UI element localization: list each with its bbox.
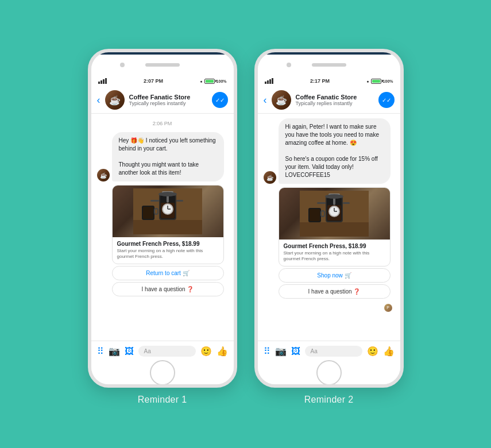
- like-icon-1[interactable]: 👍: [216, 346, 228, 357]
- store-name-2: Coffee Fanatic Store: [296, 94, 374, 101]
- battery-fill-1: [206, 80, 214, 83]
- question-btn-1[interactable]: I have a question ❓: [112, 282, 224, 296]
- signal-bar-3: [103, 79, 105, 84]
- shop-now-btn[interactable]: Shop now 🛒: [279, 268, 391, 283]
- chat-area-2: ☕ Hi again, Peter! I want to make sure y…: [258, 114, 400, 341]
- battery-1: [204, 79, 215, 84]
- svg-rect-25: [317, 202, 326, 204]
- grid-icon-1[interactable]: ⠿: [97, 346, 104, 357]
- phone-2: 2:17 PM ● 100% ‹ ☕: [254, 49, 404, 388]
- wifi-icon-2: ●: [366, 79, 369, 83]
- avatar-icon-2: ☕: [276, 95, 287, 106]
- bottom-bar-2: ⠿ 📷 🖼 Aa 🙂 👍: [258, 341, 400, 361]
- battery-area-1: ● 100%: [200, 79, 226, 84]
- chat-row-1: ☕ Hey 🎁👋 I noticed you left something be…: [97, 132, 228, 181]
- grid-icon-2[interactable]: ⠿: [264, 346, 270, 357]
- svg-rect-28: [310, 209, 320, 221]
- user-avatar-seen: P: [384, 304, 392, 312]
- status-time-2: 2:17 PM: [310, 78, 330, 84]
- image-icon-1[interactable]: 🖼: [125, 346, 134, 357]
- french-press-svg-1: [133, 188, 202, 234]
- svg-rect-1: [133, 220, 202, 234]
- phone-speaker-2: [312, 63, 346, 67]
- emoji-icon-2[interactable]: 🙂: [367, 346, 378, 357]
- chat-avatar-1: ☕: [97, 169, 110, 181]
- product-image-1: [113, 186, 223, 237]
- back-button-2[interactable]: ‹: [264, 94, 267, 106]
- chat-avatar-icon-2: ☕: [266, 175, 273, 181]
- product-desc-1: Start your morning on a high note with t…: [117, 248, 219, 260]
- chat-avatar-2: ☕: [264, 171, 276, 184]
- store-info-2: Coffee Fanatic Store Typically replies i…: [296, 94, 374, 106]
- store-info-1: Coffee Fanatic Store Typically replies i…: [129, 94, 207, 106]
- signal-area: [98, 78, 107, 84]
- product-title-2: Gourmet French Press, $18.99: [284, 243, 385, 249]
- emoji-icon-1[interactable]: 🙂: [200, 346, 212, 357]
- home-indicator-area-2: [258, 361, 400, 384]
- status-bar-1: 2:07 PM ● 100%: [91, 75, 234, 87]
- product-info-2: Gourmet French Press, $18.99 Start your …: [279, 240, 390, 266]
- call-button-2[interactable]: ✓✓: [378, 92, 395, 108]
- signal-bars-2: [265, 78, 273, 84]
- message-input-2[interactable]: Aa: [305, 346, 362, 357]
- svg-rect-8: [150, 200, 159, 202]
- svg-rect-18: [300, 222, 369, 237]
- image-icon-2[interactable]: 🖼: [291, 346, 300, 357]
- store-avatar-2: ☕: [272, 90, 291, 110]
- message-input-1[interactable]: Aa: [138, 346, 196, 357]
- product-image-2: [279, 188, 390, 240]
- product-card-container-2: Gourmet French Press, $18.99 Start your …: [279, 187, 395, 300]
- phone-notch-2: [258, 55, 400, 75]
- question-btn-2[interactable]: I have a question ❓: [279, 284, 391, 299]
- signal-bar-2-3: [269, 79, 271, 84]
- phone-camera: [120, 63, 125, 67]
- user-seen-indicator: P: [264, 304, 392, 312]
- return-to-cart-btn[interactable]: Return to cart 🛒: [112, 266, 224, 280]
- phone-camera-2: [287, 63, 291, 67]
- status-bar-2: 2:17 PM ● 100%: [258, 75, 400, 87]
- home-indicator-area-1: [91, 361, 234, 384]
- store-status-1: Typically replies instantly: [129, 101, 207, 106]
- phone-2-wrapper: 2:17 PM ● 100% ‹ ☕: [254, 49, 404, 405]
- store-status-2: Typically replies instantly: [296, 101, 374, 106]
- home-button-1[interactable]: [150, 360, 175, 385]
- battery-pct-2: 100%: [383, 79, 393, 83]
- battery-pct-1: 100%: [216, 79, 227, 83]
- french-press-svg-2: [300, 191, 369, 237]
- chat-row-2: ☕ Hi again, Peter! I want to make sure y…: [264, 118, 395, 184]
- camera-icon-1[interactable]: 📷: [109, 346, 120, 357]
- signal-bar-2-1: [265, 82, 266, 84]
- signal-bar-2-4: [272, 78, 273, 84]
- store-avatar-1: ☕: [105, 90, 125, 110]
- svg-rect-24: [343, 202, 350, 204]
- product-card-2: Gourmet French Press, $18.99 Start your …: [279, 187, 391, 267]
- phone-speaker: [145, 63, 180, 67]
- back-button-1[interactable]: ‹: [97, 94, 100, 106]
- svg-rect-7: [176, 200, 183, 202]
- battery-2: [371, 79, 381, 84]
- like-icon-2[interactable]: 👍: [383, 346, 395, 357]
- camera-icon-2[interactable]: 📷: [275, 346, 287, 357]
- product-desc-2: Start your morning on a high note with t…: [284, 250, 385, 262]
- avatar-icon-1: ☕: [109, 95, 121, 106]
- product-card-1: Gourmet French Press, $18.99 Start your …: [112, 185, 224, 264]
- phone-1-wrapper: 2:07 PM ● 100% ‹ ☕: [88, 49, 237, 405]
- signal-bar-4: [105, 78, 107, 84]
- svg-point-26: [325, 194, 343, 199]
- messenger-header-1: ‹ ☕ Coffee Fanatic Store Typically repli…: [91, 87, 234, 114]
- product-card-container-1: Gourmet French Press, $18.99 Start your …: [112, 185, 228, 298]
- message-bubble-1: Hey 🎁👋 I noticed you left something behi…: [112, 132, 224, 181]
- signal-bars: [98, 78, 107, 84]
- signal-bar-1: [98, 82, 100, 84]
- store-name-1: Coffee Fanatic Store: [129, 94, 207, 101]
- call-button-1[interactable]: ✓✓: [212, 92, 228, 108]
- timestamp-1: 2:06 PM: [97, 121, 228, 126]
- home-button-2[interactable]: [316, 360, 342, 385]
- message-bubble-2: Hi again, Peter! I want to make sure you…: [279, 118, 391, 184]
- product-title-1: Gourmet French Press, $18.99: [117, 241, 219, 247]
- phone-2-label: Reminder 2: [304, 395, 354, 405]
- chat-area-1: 2:06 PM ☕ Hey 🎁👋 I noticed you left some…: [91, 114, 234, 341]
- phone-1: 2:07 PM ● 100% ‹ ☕: [88, 49, 237, 388]
- product-info-1: Gourmet French Press, $18.99 Start your …: [113, 237, 223, 264]
- status-time-1: 2:07 PM: [144, 78, 163, 84]
